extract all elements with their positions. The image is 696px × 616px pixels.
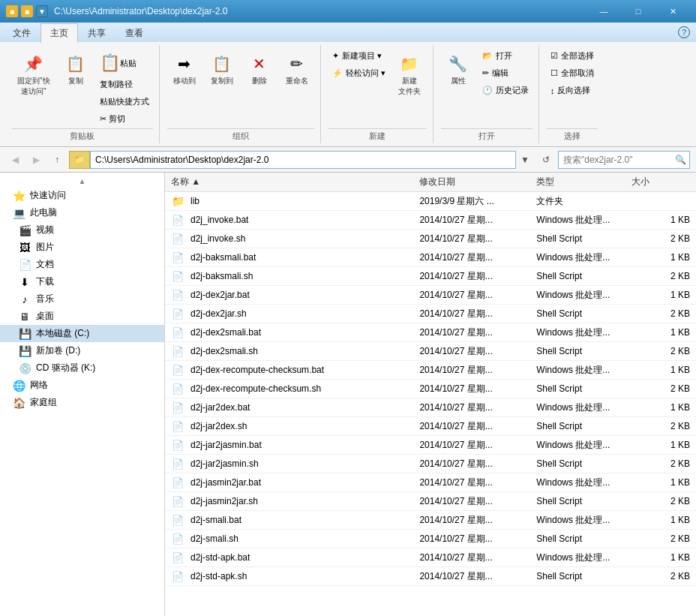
sidebar-item-downloads[interactable]: ⬇ 下载 (0, 273, 164, 290)
table-row[interactable]: 📄 d2j-dex-recompute-checksum.sh 2014/10/… (165, 380, 696, 398)
invert-icon: ↕ (550, 86, 555, 95)
table-row[interactable]: 📄 d2j-jar2jasmin.sh 2014/10/27 星期... She… (165, 455, 696, 473)
select-all-button[interactable]: ☑ 全部选择 (547, 48, 598, 64)
tab-share[interactable]: 共享 (78, 23, 116, 43)
history-label: 历史记录 (496, 85, 529, 96)
forward-button[interactable]: ▶ (27, 151, 45, 169)
sidebar-item-network[interactable]: 🌐 网络 (0, 377, 164, 394)
history-button[interactable]: 🕐 历史记录 (478, 83, 532, 98)
sidebar-item-videos[interactable]: 🎬 视频 (0, 221, 164, 239)
ribbon-help-icon[interactable]: ? (678, 26, 690, 38)
file-type: Shell Script (536, 571, 632, 581)
table-row[interactable]: 📄 d2j_invoke.sh 2014/10/27 星期... Shell S… (165, 230, 696, 248)
table-row[interactable]: 📄 d2j-dex2smali.bat 2014/10/27 星期... Win… (165, 323, 696, 342)
close-button[interactable]: ✕ (656, 0, 690, 23)
file-size: 1 KB (632, 440, 690, 450)
title-icon-3[interactable]: ▼ (36, 5, 48, 17)
rename-button[interactable]: ✏ 重命名 (280, 48, 314, 90)
table-row[interactable]: 📄 d2j-dex2jar.sh 2014/10/27 星期... Shell … (165, 305, 696, 323)
easy-access-button[interactable]: ⚡ 轻松访问 ▾ (328, 65, 389, 81)
copy-path-button[interactable]: 复制路径 (96, 77, 153, 92)
table-row[interactable]: 📄 d2j-jar2dex.bat 2014/10/27 星期... Windo… (165, 398, 696, 417)
open-button[interactable]: 📂 打开 (478, 48, 532, 64)
sidebar-item-pictures-label: 图片 (36, 241, 54, 254)
tab-file[interactable]: 文件 (3, 23, 40, 43)
sidebar-item-desktop[interactable]: 🖥 桌面 (0, 308, 164, 325)
sidebar-item-new-volume-d[interactable]: 💾 新加卷 (D:) (0, 342, 164, 359)
table-row[interactable]: 📄 d2j_invoke.bat 2014/10/27 星期... Window… (165, 211, 696, 230)
pin-button[interactable]: 📌 固定到"快速访问" (12, 48, 56, 101)
file-name-cell: 📁 lib (171, 194, 419, 208)
col-header-size[interactable]: 大小 (632, 176, 690, 188)
file-rows-container: 📁 lib 2019/3/9 星期六 ... 文件夹 📄 d2j_invoke.… (165, 192, 696, 586)
new-folder-button[interactable]: 📁 新建文件夹 (392, 48, 427, 101)
table-row[interactable]: 📄 d2j-dex-recompute-checksum.bat 2014/10… (165, 361, 696, 380)
sidebar-item-cd-drive-k[interactable]: 💿 CD 驱动器 (K:) (0, 359, 164, 377)
col-header-date[interactable]: 修改日期 (419, 176, 536, 188)
file-size: 2 KB (632, 346, 690, 356)
dropdown-button[interactable]: ▼ (516, 151, 534, 169)
file-name-cell: 📄 d2j-jasmin2jar.bat (171, 476, 419, 489)
edit-button[interactable]: ✏ 编辑 (478, 65, 532, 81)
file-name-cell: 📄 d2j-smali.bat (171, 513, 419, 527)
copy-path-label: 复制路径 (100, 79, 133, 90)
copy-to-button[interactable]: 📋 复制到 (205, 48, 239, 90)
maximize-button[interactable]: □ (621, 0, 656, 23)
file-type: Shell Script (536, 383, 632, 394)
tab-home[interactable]: 主页 (40, 23, 78, 43)
delete-label: 删除 (252, 76, 267, 86)
table-row[interactable]: 📄 d2j-jasmin2jar.bat 2014/10/27 星期... Wi… (165, 473, 696, 492)
invert-select-button[interactable]: ↕ 反向选择 (547, 83, 598, 98)
sidebar-item-music[interactable]: ♪ 音乐 (0, 290, 164, 308)
search-button[interactable]: 🔍 (671, 151, 689, 169)
col-header-name[interactable]: 名称 ▲ (171, 176, 419, 188)
cut-button[interactable]: ✂ 剪切 (96, 111, 153, 127)
address-input[interactable] (90, 151, 516, 169)
search-input[interactable] (559, 155, 671, 165)
paste-shortcut-button[interactable]: 粘贴快捷方式 (96, 94, 153, 110)
move-label: 移动到 (173, 76, 196, 86)
table-row[interactable]: 📄 d2j-std-apk.bat 2014/10/27 星期... Windo… (165, 548, 696, 567)
new-item-icon: ✦ (332, 51, 339, 61)
open-icon: 📂 (482, 51, 493, 61)
copy-button[interactable]: 📋 复制 (58, 48, 93, 90)
title-icon-2[interactable]: ■ (21, 5, 33, 17)
tab-view[interactable]: 查看 (116, 23, 153, 43)
back-button[interactable]: ◀ (6, 151, 24, 169)
table-row[interactable]: 📄 d2j-jar2jasmin.bat 2014/10/27 星期... Wi… (165, 436, 696, 455)
move-to-button[interactable]: ➡ 移动到 (167, 48, 202, 90)
group-organize: ➡ 移动到 📋 复制到 ✕ 删除 ✏ 重命名 组织 (161, 45, 321, 143)
table-row[interactable]: 📄 d2j-baksmali.sh 2014/10/27 星期... Shell… (165, 267, 696, 286)
new-item-button[interactable]: ✦ 新建项目 ▾ (328, 48, 389, 64)
paste-label: 粘贴 (120, 58, 136, 69)
refresh-button[interactable]: ↺ (537, 151, 555, 169)
sidebar-item-this-pc[interactable]: 💻 此电脑 (0, 204, 164, 221)
table-row[interactable]: 📄 d2j-jar2dex.sh 2014/10/27 星期... Shell … (165, 417, 696, 436)
sidebar-item-local-disk-c[interactable]: 💾 本地磁盘 (C:) (0, 325, 164, 342)
file-icon: 📄 (171, 288, 184, 302)
table-row[interactable]: 📄 d2j-smali.sh 2014/10/27 星期... Shell Sc… (165, 530, 696, 548)
select-none-button[interactable]: ☐ 全部取消 (547, 65, 598, 81)
table-row[interactable]: 📄 d2j-std-apk.sh 2014/10/27 星期... Shell … (165, 567, 696, 586)
new-volume-d-icon: 💾 (18, 345, 32, 357)
table-row[interactable]: 📁 lib 2019/3/9 星期六 ... 文件夹 (165, 192, 696, 211)
sidebar-item-documents[interactable]: 📄 文档 (0, 256, 164, 273)
sidebar-item-pictures[interactable]: 🖼 图片 (0, 239, 164, 256)
table-row[interactable]: 📄 d2j-baksmali.bat 2014/10/27 星期... Wind… (165, 248, 696, 267)
table-row[interactable]: 📄 d2j-dex2smali.sh 2014/10/27 星期... Shel… (165, 342, 696, 361)
file-type: Windows 批处理... (536, 364, 632, 377)
file-size: 2 KB (632, 308, 690, 319)
up-button[interactable]: ↑ (48, 151, 66, 169)
file-size: 1 KB (632, 477, 690, 488)
paste-button[interactable]: 📋 粘贴 (96, 51, 153, 75)
table-row[interactable]: 📄 d2j-smali.bat 2014/10/27 星期... Windows… (165, 511, 696, 530)
col-header-type[interactable]: 类型 (536, 176, 632, 188)
delete-button[interactable]: ✕ 删除 (242, 48, 277, 90)
sidebar-item-quick-access[interactable]: ⭐ 快速访问 (0, 187, 164, 204)
properties-button[interactable]: 🔧 属性 (441, 48, 476, 90)
sidebar-item-homegroup[interactable]: 🏠 家庭组 (0, 394, 164, 411)
table-row[interactable]: 📄 d2j-jasmin2jar.sh 2014/10/27 星期... She… (165, 492, 696, 511)
table-row[interactable]: 📄 d2j-dex2jar.bat 2014/10/27 星期... Windo… (165, 286, 696, 305)
title-icon-1[interactable]: ■ (6, 5, 18, 17)
minimize-button[interactable]: — (586, 0, 621, 23)
